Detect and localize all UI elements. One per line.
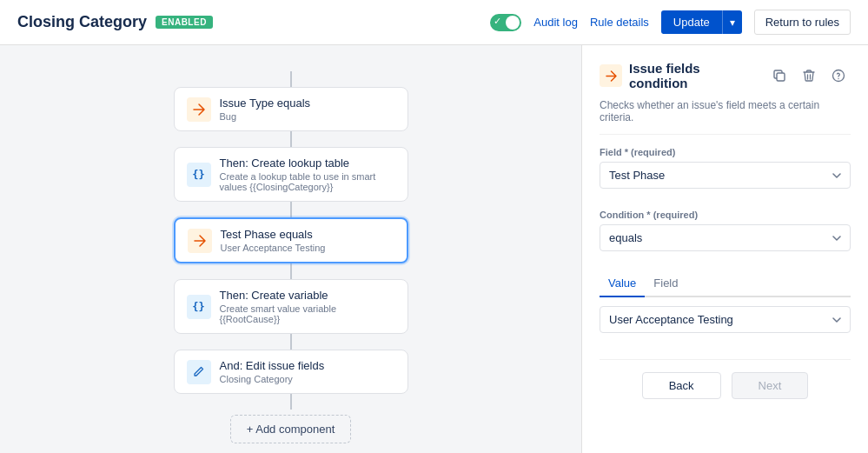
- return-to-rules-button[interactable]: Return to rules: [754, 10, 851, 35]
- field-select[interactable]: Test Phase: [600, 162, 851, 189]
- issue-type-text: Issue Type equals Bug: [220, 97, 395, 122]
- main-content: Issue Type equals Bug {} Then: Create lo…: [0, 45, 868, 453]
- edit-issue-subtitle: Closing Category: [220, 374, 395, 384]
- field-group: Field * (required) Test Phase: [600, 147, 851, 199]
- flow-card-create-lookup[interactable]: {} Then: Create lookup table Create a lo…: [174, 147, 408, 202]
- connector-line-2: [290, 202, 292, 217]
- issue-type-subtitle: Bug: [220, 111, 395, 122]
- flow-card-edit-issue[interactable]: And: Edit issue fields Closing Category: [174, 350, 408, 394]
- svg-rect-0: [777, 73, 785, 81]
- panel-header: Issue fields condition: [600, 61, 851, 90]
- update-arrow-button[interactable]: ▾: [722, 10, 742, 34]
- value-field-tabs: Value Field: [600, 272, 851, 297]
- back-button[interactable]: Back: [642, 372, 721, 399]
- value-group: User Acceptance Testing System Testing R…: [600, 306, 851, 343]
- flow-card-issue-type[interactable]: Issue Type equals Bug: [174, 87, 408, 131]
- next-button[interactable]: Next: [732, 372, 809, 399]
- app-header: Closing Category ENABLED ✓ Audit log Rul…: [0, 0, 868, 45]
- tab-value[interactable]: Value: [600, 272, 645, 297]
- flow-card-test-phase[interactable]: Test Phase equals User Acceptance Testin…: [174, 217, 408, 263]
- condition-group: Condition * (required) equals: [600, 210, 851, 262]
- edit-issue-title: And: Edit issue fields: [220, 359, 395, 372]
- flow-canvas: Issue Type equals Bug {} Then: Create lo…: [0, 45, 581, 453]
- create-variable-text: Then: Create variable Create smart value…: [220, 289, 395, 324]
- delete-button[interactable]: [797, 63, 821, 88]
- create-lookup-text: Then: Create lookup table Create a looku…: [220, 157, 395, 192]
- create-lookup-subtitle: Create a lookup table to use in smart va…: [220, 171, 395, 192]
- connector-line-3: [290, 263, 292, 279]
- panel-title: Issue fields condition: [629, 61, 760, 90]
- issue-type-icon: [187, 97, 211, 122]
- connector-line-top: [290, 71, 292, 87]
- value-select[interactable]: User Acceptance Testing System Testing R…: [600, 306, 851, 333]
- create-variable-subtitle: Create smart value variable {{RootCause}…: [220, 303, 395, 324]
- panel-actions: [767, 63, 851, 88]
- panel-icon: [600, 64, 622, 87]
- test-phase-icon: [188, 229, 212, 253]
- panel-footer: Back Next: [600, 359, 851, 399]
- connector-line-4: [290, 334, 292, 350]
- toggle-check-icon: ✓: [494, 17, 501, 26]
- help-button[interactable]: [826, 63, 851, 88]
- test-phase-subtitle: User Acceptance Testing: [221, 243, 394, 253]
- test-phase-text: Test Phase equals User Acceptance Testin…: [221, 228, 394, 253]
- condition-label: Condition * (required): [600, 210, 851, 220]
- edit-issue-icon: [187, 360, 211, 384]
- create-lookup-title: Then: Create lookup table: [220, 157, 395, 170]
- enabled-badge: ENABLED: [156, 16, 213, 29]
- condition-select[interactable]: equals: [600, 224, 851, 251]
- create-lookup-icon: {}: [187, 163, 211, 187]
- flow-card-create-variable[interactable]: {} Then: Create variable Create smart va…: [174, 279, 408, 334]
- rule-details-link[interactable]: Rule details: [590, 16, 649, 29]
- connector-line-5: [290, 394, 292, 410]
- header-actions: ✓ Audit log Rule details Update ▾ Return…: [490, 10, 851, 35]
- create-variable-icon: {}: [187, 295, 211, 319]
- right-panel: Issue fields condition Checks whether an…: [581, 45, 868, 453]
- tab-field[interactable]: Field: [645, 272, 686, 297]
- test-phase-title: Test Phase equals: [221, 228, 394, 241]
- edit-issue-text: And: Edit issue fields Closing Category: [220, 359, 395, 384]
- toggle-switch[interactable]: ✓: [490, 14, 521, 31]
- svg-point-2: [838, 78, 838, 79]
- page-title: Closing Category: [17, 13, 147, 31]
- field-label: Field * (required): [600, 147, 851, 157]
- flow-container: Issue Type equals Bug {} Then: Create lo…: [174, 71, 408, 443]
- create-variable-title: Then: Create variable: [220, 289, 395, 302]
- update-button-group: Update ▾: [661, 10, 742, 34]
- issue-type-title: Issue Type equals: [220, 97, 395, 110]
- panel-description: Checks whether an issue's field meets a …: [600, 99, 851, 135]
- add-component-button[interactable]: + Add component: [230, 415, 352, 443]
- copy-button[interactable]: [767, 63, 792, 88]
- update-button[interactable]: Update: [661, 10, 722, 34]
- audit-log-link[interactable]: Audit log: [533, 16, 578, 29]
- connector-line-1: [290, 131, 292, 147]
